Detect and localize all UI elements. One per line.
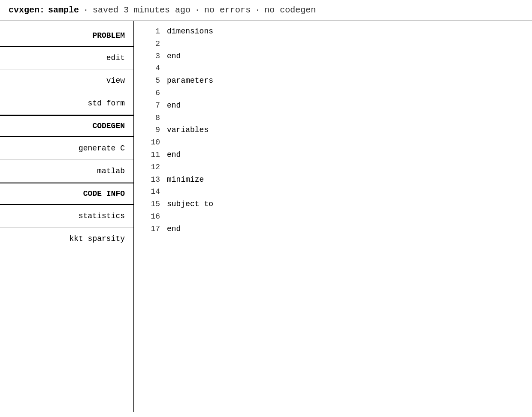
sidebar-item-statistics[interactable]: statistics [0, 205, 133, 228]
code-line: 7end [143, 99, 532, 112]
line-number: 7 [143, 99, 160, 112]
app-name: cvxgen: [9, 5, 45, 15]
sidebar-item-view[interactable]: view [0, 69, 133, 92]
line-number: 17 [143, 223, 160, 235]
header: cvxgen: sample · saved 3 minutes ago · n… [0, 0, 532, 21]
line-number: 11 [143, 149, 160, 161]
line-content: variables [167, 124, 209, 136]
sidebar-item-edit[interactable]: edit [0, 47, 133, 69]
code-line: 8 [143, 112, 532, 124]
line-number: 14 [143, 186, 160, 198]
separator-3: · [255, 5, 260, 15]
sidebar-item-matlab[interactable]: matlab [0, 160, 133, 183]
code-line: 11end [143, 149, 532, 161]
line-number: 2 [143, 38, 160, 50]
main-layout: PROBLEM edit view std form CODEGEN gener… [0, 21, 532, 412]
line-number: 1 [143, 25, 160, 38]
line-number: 6 [143, 87, 160, 99]
line-content: subject to [167, 198, 213, 210]
line-content: end [167, 223, 181, 235]
code-editor[interactable]: 1dimensions23end45parameters67end89varia… [134, 21, 532, 412]
separator-2: · [195, 5, 200, 15]
codegen-status: no codegen [264, 5, 316, 15]
code-line: 5parameters [143, 75, 532, 87]
code-line: 14 [143, 186, 532, 198]
code-line: 1dimensions [143, 25, 532, 38]
sidebar-codegen-group: CODEGEN generate C matlab [0, 116, 133, 183]
code-line: 6 [143, 87, 532, 99]
code-line: 2 [143, 38, 532, 50]
code-line: 13minimize [143, 174, 532, 186]
sidebar-item-std-form[interactable]: std form [0, 92, 133, 115]
code-line: 12 [143, 161, 532, 174]
sidebar-problem-header: PROBLEM [0, 25, 133, 47]
line-content: end [167, 149, 181, 161]
line-content: parameters [167, 75, 213, 87]
line-content: end [167, 50, 181, 63]
code-line: 9variables [143, 124, 532, 136]
line-number: 9 [143, 124, 160, 136]
save-status: saved 3 minutes ago [93, 5, 190, 15]
code-line: 4 [143, 62, 532, 75]
separator-1: · [83, 5, 88, 15]
sidebar-codeinfo-header: CODE INFO [0, 183, 133, 205]
line-content: dimensions [167, 25, 213, 38]
line-number: 10 [143, 136, 160, 149]
line-number: 8 [143, 112, 160, 124]
line-content: minimize [167, 174, 204, 186]
line-number: 12 [143, 161, 160, 174]
line-number: 13 [143, 174, 160, 186]
code-line: 16 [143, 210, 532, 223]
sidebar-item-generate-c[interactable]: generate C [0, 137, 133, 160]
error-status: no errors [204, 5, 251, 15]
line-number: 15 [143, 198, 160, 210]
project-name: sample [48, 5, 79, 15]
line-number: 5 [143, 75, 160, 87]
line-number: 3 [143, 50, 160, 63]
sidebar: PROBLEM edit view std form CODEGEN gener… [0, 21, 134, 412]
code-line: 17end [143, 223, 532, 235]
line-number: 4 [143, 62, 160, 75]
code-line: 3end [143, 50, 532, 63]
sidebar-item-kkt-sparsity[interactable]: kkt sparsity [0, 228, 133, 250]
sidebar-codegen-header: CODEGEN [0, 116, 133, 137]
sidebar-codeinfo-group: CODE INFO statistics kkt sparsity [0, 183, 133, 250]
code-line: 15subject to [143, 198, 532, 210]
line-content: end [167, 99, 181, 112]
line-number: 16 [143, 210, 160, 223]
sidebar-problem-group: PROBLEM edit view std form [0, 25, 133, 116]
code-line: 10 [143, 136, 532, 149]
